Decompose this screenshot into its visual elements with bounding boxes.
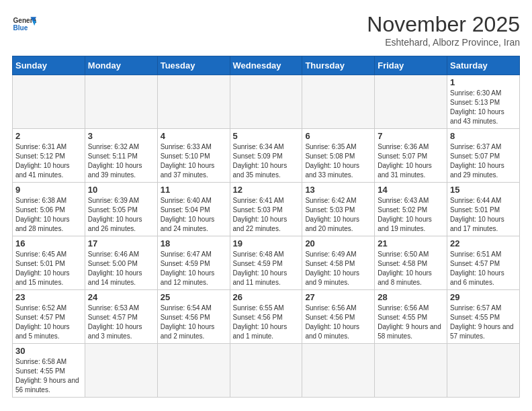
day-info: Sunrise: 6:45 AM Sunset: 5:01 PM Dayligh… [15, 250, 82, 287]
table-row: 15Sunrise: 6:44 AM Sunset: 5:01 PM Dayli… [447, 183, 520, 236]
table-row: 29Sunrise: 6:57 AM Sunset: 4:55 PM Dayli… [447, 290, 520, 344]
day-number: 17 [88, 238, 154, 248]
title-block: November 2025 Eshtehard, Alborz Province… [367, 12, 520, 48]
table-row [302, 344, 375, 398]
table-row: 25Sunrise: 6:54 AM Sunset: 4:56 PM Dayli… [157, 290, 230, 344]
day-info: Sunrise: 6:44 AM Sunset: 5:01 PM Dayligh… [450, 196, 517, 234]
calendar-week-row: 2Sunrise: 6:31 AM Sunset: 5:12 PM Daylig… [13, 129, 520, 183]
table-row: 26Sunrise: 6:55 AM Sunset: 4:56 PM Dayli… [230, 290, 302, 344]
table-row: 11Sunrise: 6:40 AM Sunset: 5:04 PM Dayli… [157, 183, 230, 236]
table-row [375, 75, 447, 129]
day-number: 10 [88, 185, 154, 195]
table-row [157, 344, 230, 398]
table-row: 3Sunrise: 6:32 AM Sunset: 5:11 PM Daylig… [85, 129, 157, 183]
day-info: Sunrise: 6:48 AM Sunset: 4:59 PM Dayligh… [233, 250, 300, 287]
location-subtitle: Eshtehard, Alborz Province, Iran [367, 37, 520, 48]
day-number: 21 [378, 238, 444, 248]
day-info: Sunrise: 6:52 AM Sunset: 4:57 PM Dayligh… [15, 304, 82, 341]
table-row [13, 75, 85, 129]
day-info: Sunrise: 6:55 AM Sunset: 4:56 PM Dayligh… [233, 304, 300, 341]
calendar-week-row: 1Sunrise: 6:30 AM Sunset: 5:13 PM Daylig… [13, 75, 520, 129]
day-number: 20 [305, 238, 371, 248]
table-row: 1Sunrise: 6:30 AM Sunset: 5:13 PM Daylig… [447, 75, 520, 129]
page: General Blue November 2025 Eshtehard, Al… [0, 0, 532, 404]
header-monday: Monday [85, 56, 157, 75]
day-info: Sunrise: 6:58 AM Sunset: 4:55 PM Dayligh… [15, 357, 82, 395]
day-info: Sunrise: 6:32 AM Sunset: 5:11 PM Dayligh… [88, 142, 154, 180]
day-number: 2 [15, 131, 82, 141]
header-saturday: Saturday [447, 56, 520, 75]
day-info: Sunrise: 6:57 AM Sunset: 4:55 PM Dayligh… [450, 304, 517, 341]
day-info: Sunrise: 6:34 AM Sunset: 5:09 PM Dayligh… [233, 142, 300, 180]
svg-text:Blue: Blue [13, 24, 28, 32]
calendar-week-row: 30Sunrise: 6:58 AM Sunset: 4:55 PM Dayli… [13, 344, 520, 398]
day-info: Sunrise: 6:35 AM Sunset: 5:08 PM Dayligh… [305, 142, 371, 180]
table-row: 17Sunrise: 6:46 AM Sunset: 5:00 PM Dayli… [85, 236, 157, 290]
table-row [375, 344, 447, 398]
table-row: 4Sunrise: 6:33 AM Sunset: 5:10 PM Daylig… [157, 129, 230, 183]
table-row: 16Sunrise: 6:45 AM Sunset: 5:01 PM Dayli… [13, 236, 85, 290]
day-number: 19 [233, 238, 300, 248]
table-row [302, 75, 375, 129]
day-number: 27 [305, 292, 371, 302]
table-row [157, 75, 230, 129]
day-info: Sunrise: 6:46 AM Sunset: 5:00 PM Dayligh… [88, 250, 154, 287]
day-info: Sunrise: 6:41 AM Sunset: 5:03 PM Dayligh… [233, 196, 300, 234]
table-row: 6Sunrise: 6:35 AM Sunset: 5:08 PM Daylig… [302, 129, 375, 183]
header-wednesday: Wednesday [230, 56, 302, 75]
day-info: Sunrise: 6:42 AM Sunset: 5:03 PM Dayligh… [305, 196, 371, 234]
table-row: 2Sunrise: 6:31 AM Sunset: 5:12 PM Daylig… [13, 129, 85, 183]
day-info: Sunrise: 6:31 AM Sunset: 5:12 PM Dayligh… [15, 142, 82, 180]
day-info: Sunrise: 6:30 AM Sunset: 5:13 PM Dayligh… [450, 89, 517, 126]
day-info: Sunrise: 6:54 AM Sunset: 4:56 PM Dayligh… [161, 304, 227, 341]
header: General Blue November 2025 Eshtehard, Al… [12, 12, 520, 48]
day-info: Sunrise: 6:56 AM Sunset: 4:55 PM Dayligh… [378, 304, 444, 341]
table-row: 8Sunrise: 6:37 AM Sunset: 5:07 PM Daylig… [447, 129, 520, 183]
table-row [85, 75, 157, 129]
table-row: 12Sunrise: 6:41 AM Sunset: 5:03 PM Dayli… [230, 183, 302, 236]
day-number: 9 [15, 185, 82, 195]
table-row: 13Sunrise: 6:42 AM Sunset: 5:03 PM Dayli… [302, 183, 375, 236]
day-number: 13 [305, 185, 371, 195]
header-sunday: Sunday [13, 56, 85, 75]
day-info: Sunrise: 6:37 AM Sunset: 5:07 PM Dayligh… [450, 142, 517, 180]
day-info: Sunrise: 6:53 AM Sunset: 4:57 PM Dayligh… [88, 304, 154, 341]
day-number: 1 [450, 77, 517, 87]
day-number: 15 [450, 185, 517, 195]
table-row [447, 344, 520, 398]
calendar-table: Sunday Monday Tuesday Wednesday Thursday… [12, 56, 520, 398]
header-friday: Friday [375, 56, 447, 75]
calendar-week-row: 23Sunrise: 6:52 AM Sunset: 4:57 PM Dayli… [13, 290, 520, 344]
day-number: 12 [233, 185, 300, 195]
table-row: 7Sunrise: 6:36 AM Sunset: 5:07 PM Daylig… [375, 129, 447, 183]
day-number: 22 [450, 238, 517, 248]
table-row: 9Sunrise: 6:38 AM Sunset: 5:06 PM Daylig… [13, 183, 85, 236]
day-info: Sunrise: 6:38 AM Sunset: 5:06 PM Dayligh… [15, 196, 82, 234]
day-number: 14 [378, 185, 444, 195]
table-row: 28Sunrise: 6:56 AM Sunset: 4:55 PM Dayli… [375, 290, 447, 344]
table-row: 24Sunrise: 6:53 AM Sunset: 4:57 PM Dayli… [85, 290, 157, 344]
weekday-header-row: Sunday Monday Tuesday Wednesday Thursday… [13, 56, 520, 75]
header-thursday: Thursday [302, 56, 375, 75]
table-row: 22Sunrise: 6:51 AM Sunset: 4:57 PM Dayli… [447, 236, 520, 290]
day-number: 28 [378, 292, 444, 302]
day-info: Sunrise: 6:56 AM Sunset: 4:56 PM Dayligh… [305, 304, 371, 341]
table-row: 23Sunrise: 6:52 AM Sunset: 4:57 PM Dayli… [13, 290, 85, 344]
table-row: 27Sunrise: 6:56 AM Sunset: 4:56 PM Dayli… [302, 290, 375, 344]
day-number: 26 [233, 292, 300, 302]
day-number: 29 [450, 292, 517, 302]
table-row: 21Sunrise: 6:50 AM Sunset: 4:58 PM Dayli… [375, 236, 447, 290]
table-row: 20Sunrise: 6:49 AM Sunset: 4:58 PM Dayli… [302, 236, 375, 290]
day-info: Sunrise: 6:33 AM Sunset: 5:10 PM Dayligh… [161, 142, 227, 180]
month-title: November 2025 [367, 12, 520, 37]
calendar-week-row: 9Sunrise: 6:38 AM Sunset: 5:06 PM Daylig… [13, 183, 520, 236]
table-row: 30Sunrise: 6:58 AM Sunset: 4:55 PM Dayli… [13, 344, 85, 398]
day-info: Sunrise: 6:47 AM Sunset: 4:59 PM Dayligh… [161, 250, 227, 287]
day-number: 30 [15, 346, 82, 356]
day-number: 7 [378, 131, 444, 141]
day-info: Sunrise: 6:40 AM Sunset: 5:04 PM Dayligh… [161, 196, 227, 234]
generalblue-logo-icon: General Blue [12, 12, 36, 36]
day-info: Sunrise: 6:43 AM Sunset: 5:02 PM Dayligh… [378, 196, 444, 234]
table-row: 19Sunrise: 6:48 AM Sunset: 4:59 PM Dayli… [230, 236, 302, 290]
day-number: 5 [233, 131, 300, 141]
